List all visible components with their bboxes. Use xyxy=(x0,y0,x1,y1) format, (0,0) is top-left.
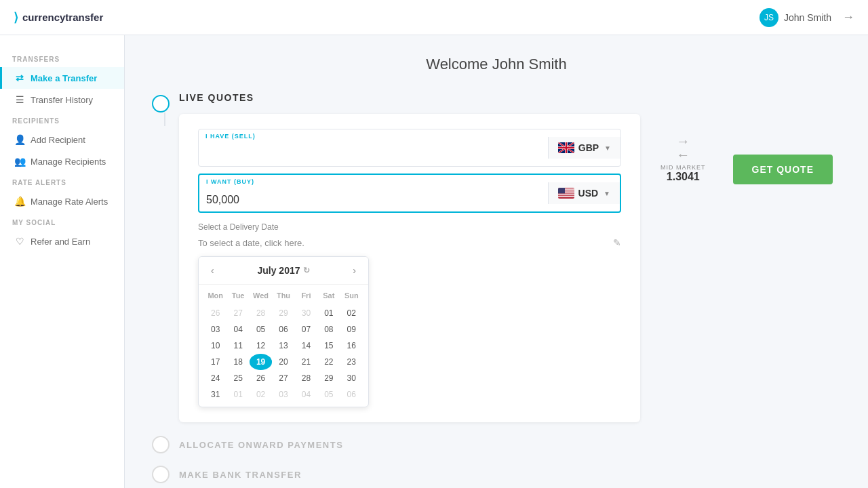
calendar-next-button[interactable]: › xyxy=(349,264,360,277)
rate-alerts-section-label: RATE ALERTS xyxy=(0,172,124,190)
calendar-day: 02 xyxy=(250,386,272,403)
calendar-day[interactable]: 30 xyxy=(340,370,363,386)
gbp-code: GBP xyxy=(578,142,599,153)
sidebar-item-manage-rate-alerts[interactable]: 🔔 Manage Rate Alerts xyxy=(0,190,124,212)
calendar-week-2: 03 04 05 06 07 08 09 xyxy=(204,321,363,338)
calendar-day[interactable]: 18 xyxy=(226,354,249,370)
step3-row: MAKE BANK TRANSFER xyxy=(152,466,841,483)
calendar-month-year-text: July 2017 xyxy=(257,265,300,276)
make-transfer-label: Make a Transfer xyxy=(31,73,97,83)
calendar-day[interactable]: 12 xyxy=(250,338,272,354)
sidebar-item-transfer-history[interactable]: ☰ Transfer History xyxy=(0,89,124,110)
refer-earn-label: Refer and Earn xyxy=(31,237,90,247)
calendar-day[interactable]: 11 xyxy=(226,338,249,354)
gbp-flag xyxy=(558,142,574,153)
day-name-mon: Mon xyxy=(204,289,226,302)
calendar-week-6: 31 01 02 03 04 05 06 xyxy=(204,386,363,403)
calendar-day: 06 xyxy=(340,386,363,403)
calendar-week-5: 24 25 26 27 28 29 30 xyxy=(204,370,363,386)
calendar-day[interactable]: 22 xyxy=(317,354,340,370)
calendar[interactable]: ‹ July 2017 ↻ › Mon xyxy=(198,256,369,407)
calendar-header: ‹ July 2017 ↻ › xyxy=(199,257,368,285)
calendar-today[interactable]: 19 xyxy=(250,354,272,370)
transfer-history-label: Transfer History xyxy=(31,95,93,105)
calendar-day[interactable]: 04 xyxy=(226,321,249,338)
logo[interactable]: ⟩ currencytransfer xyxy=(14,10,103,25)
calendar-day[interactable]: 27 xyxy=(272,370,294,386)
welcome-title: Welcome John Smith xyxy=(152,56,841,73)
calendar-day[interactable]: 13 xyxy=(272,338,294,354)
heart-icon: ♡ xyxy=(14,236,25,247)
calendar-day[interactable]: 26 xyxy=(250,370,272,386)
calendar-day[interactable]: 08 xyxy=(317,321,340,338)
mid-market-value: 1.3041 xyxy=(667,171,700,183)
sidebar-item-add-recipient[interactable]: 👤 Add Recipient xyxy=(0,129,124,150)
manage-rate-alerts-label: Manage Rate Alerts xyxy=(31,197,108,207)
calendar-day[interactable]: 28 xyxy=(295,370,317,386)
calendar-day[interactable]: 02 xyxy=(340,305,363,321)
calendar-day-names: Mon Tue Wed Thu Fri Sat Sun xyxy=(204,289,363,302)
bell-icon: 🔔 xyxy=(14,196,25,207)
calendar-day[interactable]: 15 xyxy=(317,338,340,354)
day-name-wed: Wed xyxy=(250,289,272,302)
calendar-day[interactable]: 07 xyxy=(295,321,317,338)
calendar-day[interactable]: 24 xyxy=(204,370,226,386)
calendar-day[interactable]: 25 xyxy=(226,370,249,386)
sidebar-item-make-transfer[interactable]: ⇄ Make a Transfer xyxy=(0,67,124,89)
calendar-day: 03 xyxy=(272,386,294,403)
quotes-card: I HAVE (SELL) xyxy=(179,114,640,422)
calendar-day[interactable]: 03 xyxy=(204,321,226,338)
day-name-sat: Sat xyxy=(317,289,340,302)
main-content: Welcome John Smith LIVE QUOTES I HAVE (S… xyxy=(125,35,868,488)
calendar-day[interactable]: 06 xyxy=(272,321,294,338)
i-have-label: I HAVE (SELL) xyxy=(205,133,256,140)
calendar-day[interactable]: 29 xyxy=(317,370,340,386)
delivery-date-placeholder-text: To select a date, click here. xyxy=(198,238,304,248)
usd-flag xyxy=(558,188,574,199)
calendar-day[interactable]: 10 xyxy=(204,338,226,354)
step2-circle xyxy=(152,436,170,453)
mid-market: →← MID MARKET 1.3041 xyxy=(650,134,717,183)
calendar-day[interactable]: 17 xyxy=(204,354,226,370)
calendar-day[interactable]: 05 xyxy=(250,321,272,338)
day-name-sun: Sun xyxy=(340,289,363,302)
calendar-day[interactable]: 23 xyxy=(340,354,363,370)
calendar-day: 29 xyxy=(272,305,294,321)
manage-recipients-label: Manage Recipients xyxy=(31,157,106,167)
topnav-user[interactable]: JS John Smith xyxy=(760,8,831,27)
calendar-day[interactable]: 09 xyxy=(340,321,363,338)
sidebar-item-manage-recipients[interactable]: 👥 Manage Recipients xyxy=(0,150,124,172)
usd-selector[interactable]: USD ▼ xyxy=(548,182,620,204)
day-name-thu: Thu xyxy=(272,289,294,302)
step3-circle xyxy=(152,466,170,483)
add-recipient-label: Add Recipient xyxy=(31,135,85,145)
calendar-day[interactable]: 21 xyxy=(295,354,317,370)
add-person-icon: 👤 xyxy=(14,134,25,145)
i-want-row: I WANT (BUY) xyxy=(198,174,621,213)
edit-date-icon[interactable]: ✎ xyxy=(613,237,621,248)
topnav: ⟩ currencytransfer JS John Smith → xyxy=(0,0,868,35)
delivery-date-placeholder[interactable]: To select a date, click here. ✎ xyxy=(198,235,621,251)
calendar-day[interactable]: 01 xyxy=(317,305,340,321)
calendar-day[interactable]: 20 xyxy=(272,354,294,370)
logo-text: currencytransfer xyxy=(22,12,103,23)
calendar-refresh-icon[interactable]: ↻ xyxy=(303,266,310,275)
topnav-right: JS John Smith → xyxy=(760,8,854,27)
calendar-prev-button[interactable]: ‹ xyxy=(207,264,218,277)
calendar-day: 01 xyxy=(226,386,249,403)
calendar-day: 27 xyxy=(226,305,249,321)
sidebar-item-refer-earn[interactable]: ♡ Refer and Earn xyxy=(0,230,124,252)
step3-label: MAKE BANK TRANSFER xyxy=(179,470,302,480)
manage-person-icon: 👥 xyxy=(14,156,25,167)
gbp-selector[interactable]: GBP ▼ xyxy=(548,137,620,159)
calendar-day[interactable]: 14 xyxy=(295,338,317,354)
calendar-day[interactable]: 31 xyxy=(204,386,226,403)
svg-rect-5 xyxy=(558,195,574,196)
i-have-row: I HAVE (SELL) xyxy=(198,129,621,167)
get-quote-button[interactable]: GET QUOTE xyxy=(733,155,833,184)
step2-label: ALLOCATE ONWARD PAYMENTS xyxy=(179,440,343,450)
usd-chevron-icon: ▼ xyxy=(604,190,610,197)
logout-icon[interactable]: → xyxy=(842,10,854,24)
calendar-day[interactable]: 16 xyxy=(340,338,363,354)
mid-market-label: MID MARKET xyxy=(660,164,706,171)
